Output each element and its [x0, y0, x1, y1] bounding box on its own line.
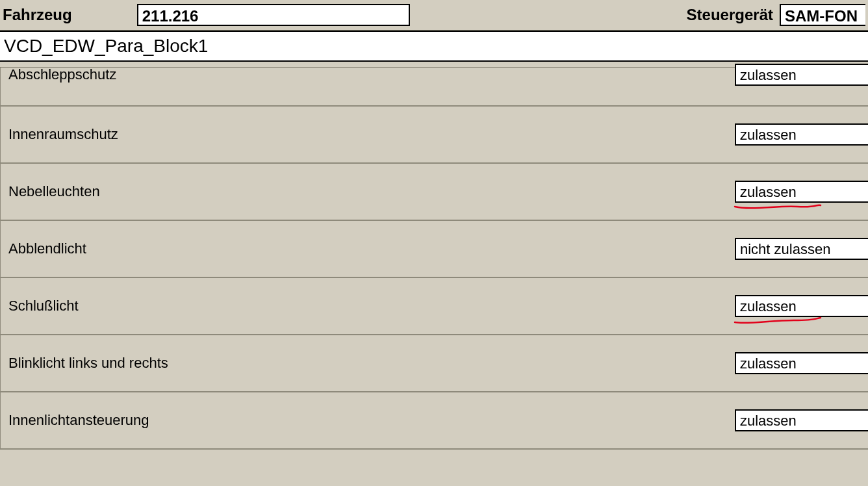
param-list: Abschleppschutz zulassen Innenraumschutz… [0, 67, 868, 450]
param-value-select[interactable]: zulassen [735, 409, 868, 431]
param-value-select[interactable]: zulassen [735, 123, 868, 146]
param-value-select[interactable]: nicht zulassen [735, 238, 868, 260]
steuergeraet-input[interactable]: SAM-FON [780, 4, 865, 26]
param-value-select[interactable]: zulassen [735, 295, 868, 317]
param-label: Abblendlicht [8, 240, 86, 257]
param-value-select[interactable]: zulassen [735, 64, 868, 86]
steuergeraet-label: Steuergerät [687, 6, 773, 24]
fahrzeug-input[interactable]: 211.216 [137, 4, 410, 26]
param-value-select[interactable]: zulassen [735, 352, 868, 374]
param-label: Innenlichtansteuerung [8, 412, 149, 429]
param-row: Blinklicht links und rechts zulassen [0, 335, 868, 392]
header-bar: Fahrzeug 211.216 Steuergerät SAM-FON [0, 0, 868, 31]
param-label: Abschleppschutz [8, 66, 116, 83]
param-row: Innenraumschutz zulassen [0, 107, 868, 164]
param-row: Innenlichtansteuerung zulassen [0, 392, 868, 450]
param-row: Abschleppschutz zulassen [0, 68, 868, 107]
fahrzeug-label: Fahrzeug [3, 6, 72, 24]
param-label: Innenraumschutz [8, 126, 118, 143]
param-row: Abblendlicht nicht zulassen [0, 221, 868, 278]
param-label: Nebelleuchten [8, 183, 100, 200]
param-label: Schlußlicht [8, 298, 79, 314]
param-label: Blinklicht links und rechts [8, 355, 168, 372]
param-row: Nebelleuchten zulassen [0, 164, 868, 221]
block-title: VCD_EDW_Para_Block1 [0, 31, 868, 62]
param-row: Schlußlicht zulassen [0, 278, 868, 335]
param-value-select[interactable]: zulassen [735, 181, 868, 203]
